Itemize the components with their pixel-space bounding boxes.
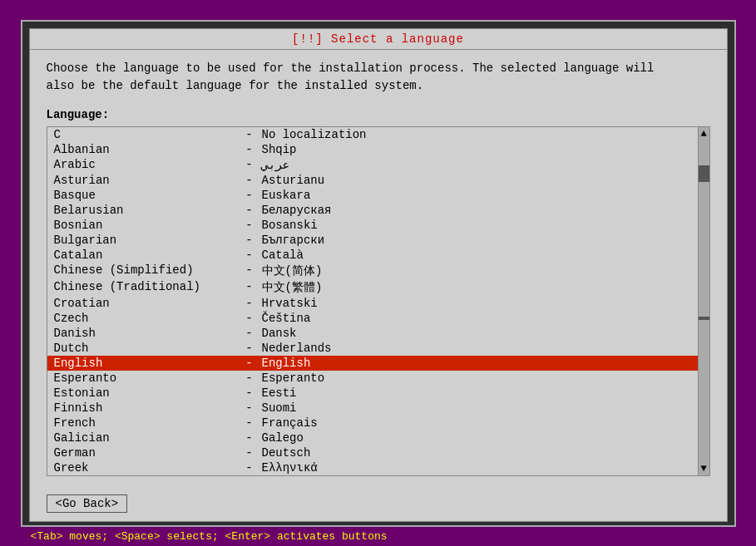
list-item[interactable]: Catalan-Català: [47, 248, 698, 263]
status-bar-text: <Tab> moves; <Space> selects; <Enter> ac…: [31, 530, 388, 543]
lang-native: Bosanski: [262, 219, 318, 232]
lang-native: Nederlands: [262, 342, 332, 355]
lang-name: Estonian: [54, 386, 237, 400]
scroll-up-arrow[interactable]: ▲: [699, 127, 708, 140]
list-item[interactable]: Esperanto-Esperanto: [47, 371, 698, 386]
description-line1: Choose the language to be used for the i…: [47, 60, 710, 77]
lang-native: Euskara: [262, 189, 311, 202]
lang-sep: -: [237, 357, 262, 370]
list-item[interactable]: Arabic-عربي: [47, 157, 698, 173]
list-item[interactable]: Chinese (Simplified)-中文(简体): [47, 263, 698, 279]
list-item[interactable]: German-Deutsch: [47, 445, 698, 460]
lang-name: Albanian: [54, 143, 237, 156]
lang-native: Беларуская: [262, 204, 332, 217]
lang-native: 中文(简体): [262, 263, 323, 278]
dialog-box: [!!] Select a language Choose the langua…: [29, 28, 728, 522]
lang-name: Asturian: [54, 174, 237, 187]
lang-native: Čeština: [262, 312, 311, 325]
lang-native: Shqip: [262, 143, 297, 156]
lang-sep: -: [237, 431, 262, 445]
language-list[interactable]: C-No localizationAlbanian-ShqipArabic-عر…: [47, 127, 698, 475]
lang-sep: -: [237, 204, 262, 217]
scroll-thumb-mid: [699, 317, 709, 320]
lang-sep: -: [237, 143, 262, 156]
lang-sep: -: [237, 371, 262, 385]
list-item[interactable]: Finnish-Suomi: [47, 401, 698, 416]
lang-name: Croatian: [54, 297, 237, 310]
description-line2: also be the default language for the ins…: [47, 77, 710, 95]
lang-sep: -: [237, 234, 262, 247]
lang-sep: -: [237, 128, 262, 141]
lang-sep: -: [237, 327, 262, 340]
lang-native: Català: [262, 248, 304, 262]
terminal-outer: [!!] Select a language Choose the langua…: [21, 20, 736, 527]
lang-sep: -: [237, 189, 262, 202]
list-item[interactable]: Chinese (Traditional)-中文(繁體): [47, 279, 698, 296]
language-list-container[interactable]: C-No localizationAlbanian-ShqipArabic-عر…: [47, 126, 710, 476]
lang-native: Български: [262, 234, 325, 247]
lang-name: Chinese (Simplified): [54, 263, 237, 278]
dialog-footer: <Go Back>: [30, 486, 727, 521]
list-item[interactable]: Dutch-Nederlands: [47, 341, 698, 356]
lang-native: Galego: [262, 431, 304, 445]
list-item[interactable]: Belarusian-Беларуская: [47, 203, 698, 218]
lang-sep: -: [237, 416, 262, 430]
list-item[interactable]: Galician-Galego: [47, 430, 698, 445]
lang-sep: -: [237, 219, 262, 232]
lang-native: English: [262, 357, 311, 370]
lang-name: Greek: [54, 461, 237, 475]
lang-sep: -: [237, 386, 262, 400]
lang-name: Galician: [54, 431, 237, 445]
scroll-track[interactable]: [699, 140, 709, 462]
list-item[interactable]: Albanian-Shqip: [47, 142, 698, 157]
list-item[interactable]: Bulgarian-Български: [47, 233, 698, 248]
lang-native: Esperanto: [262, 371, 325, 385]
list-item[interactable]: C-No localization: [47, 127, 698, 142]
list-item[interactable]: Basque-Euskara: [47, 188, 698, 203]
dialog-title: [!!] Select a language: [292, 32, 464, 46]
lang-native: Dansk: [262, 327, 297, 340]
scroll-thumb[interactable]: [699, 165, 709, 182]
description: Choose the language to be used for the i…: [47, 60, 710, 95]
list-item[interactable]: Greek-Ελληνικά: [47, 460, 698, 475]
lang-sep: -: [237, 342, 262, 355]
list-item[interactable]: Croatian-Hrvatski: [47, 296, 698, 311]
lang-native: Deutsch: [262, 446, 311, 460]
terminal-window: [!!] Select a language Choose the langua…: [21, 20, 736, 527]
lang-native: عربي: [262, 158, 290, 172]
lang-native: Français: [262, 416, 318, 430]
lang-sep: -: [237, 446, 262, 460]
lang-sep: -: [237, 401, 262, 415]
lang-native: Suomi: [262, 401, 297, 415]
go-back-button[interactable]: <Go Back>: [47, 494, 128, 513]
scrollbar[interactable]: ▲ ▼: [698, 127, 709, 475]
lang-name: Esperanto: [54, 371, 237, 385]
lang-name: Belarusian: [54, 204, 237, 217]
list-item[interactable]: French-Français: [47, 416, 698, 430]
lang-name: Finnish: [54, 401, 237, 415]
list-item[interactable]: Bosnian-Bosanski: [47, 218, 698, 233]
lang-name: Arabic: [54, 158, 237, 172]
lang-name: German: [54, 446, 237, 460]
dialog-content: Choose the language to be used for the i…: [30, 50, 727, 486]
lang-native: No localization: [262, 128, 367, 141]
scroll-down-arrow[interactable]: ▼: [699, 462, 708, 475]
status-bar: <Tab> moves; <Space> selects; <Enter> ac…: [21, 527, 736, 546]
lang-sep: -: [237, 248, 262, 262]
list-item[interactable]: Asturian-Asturianu: [47, 173, 698, 188]
list-item[interactable]: Estonian-Eesti: [47, 386, 698, 401]
lang-sep: -: [237, 312, 262, 325]
lang-name: Catalan: [54, 248, 237, 262]
lang-native: Asturianu: [262, 174, 325, 187]
lang-sep: -: [237, 297, 262, 310]
lang-native: Eesti: [262, 386, 297, 400]
list-item[interactable]: English-English: [47, 356, 698, 371]
lang-name: C: [54, 128, 237, 141]
list-item[interactable]: Czech-Čeština: [47, 311, 698, 326]
lang-native: Hrvatski: [262, 297, 318, 310]
lang-sep: -: [237, 263, 262, 278]
title-bar: [!!] Select a language: [30, 29, 727, 50]
lang-name: Bulgarian: [54, 234, 237, 247]
lang-sep: -: [237, 158, 262, 172]
list-item[interactable]: Danish-Dansk: [47, 326, 698, 341]
